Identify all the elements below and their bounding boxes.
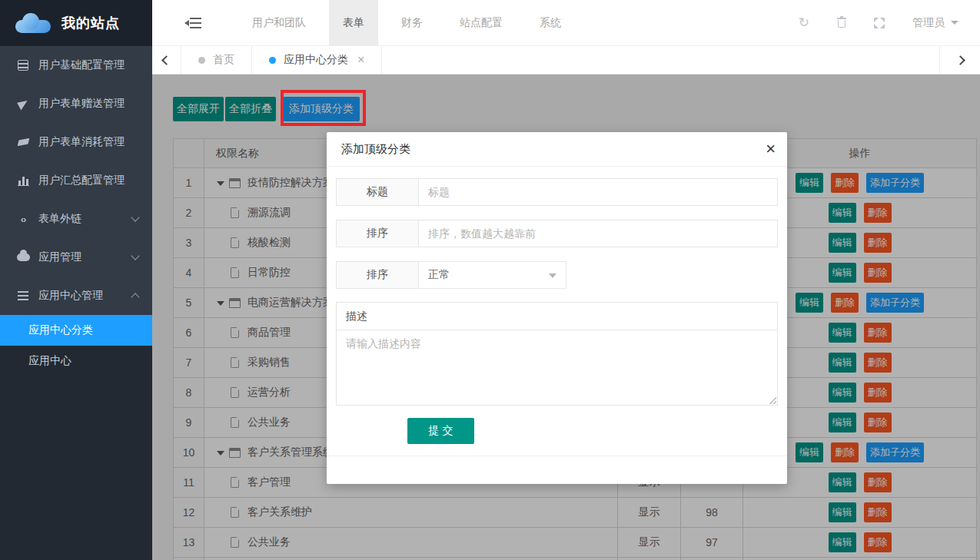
send-icon: [17, 98, 30, 110]
tabs-scroll-left-button[interactable]: [152, 46, 181, 75]
chevron-down-icon: [131, 251, 139, 260]
user-dropdown[interactable]: 管理员: [912, 16, 958, 30]
modal-title: 添加顶级分类: [341, 142, 766, 157]
eraser-icon: [15, 139, 31, 145]
sidebar-item[interactable]: 应用中心管理: [0, 277, 152, 315]
top-navbar: 用户和团队表单财务站点配置系统 ↻ 管理员: [152, 0, 980, 46]
tab-label: 首页: [213, 53, 234, 67]
description-field-label: 描述: [336, 302, 778, 330]
tab-label: 应用中心分类: [284, 53, 348, 67]
tab-bar: 首页应用中心分类×: [152, 46, 980, 75]
bar-chart-icon: [18, 176, 29, 186]
fullscreen-icon[interactable]: [874, 18, 885, 28]
description-textarea[interactable]: [336, 330, 778, 406]
cloud-logo-icon: [15, 13, 51, 33]
sidebar-item-label: 表单外链: [38, 212, 132, 226]
list-icon: [15, 291, 31, 300]
sidebar-item[interactable]: 用户表单消耗管理: [0, 123, 152, 161]
eraser-icon: [17, 138, 29, 147]
modal-footer: [327, 456, 787, 484]
nav-item[interactable]: 财务: [387, 0, 437, 46]
link-icon: ‹›: [15, 214, 31, 225]
nav-item[interactable]: 站点配置: [446, 0, 517, 46]
status-form-row: 排序 正常: [336, 261, 566, 289]
chevron-up-icon: [131, 293, 139, 301]
nav-item[interactable]: 系统: [526, 0, 575, 46]
chevron-down-icon: [549, 273, 556, 278]
sidebar-subitem[interactable]: 应用中心: [0, 346, 152, 376]
grid-icon: [15, 60, 31, 71]
navbar-right: ↻ 管理员: [799, 16, 980, 30]
sidebar-item-label: 应用管理: [38, 250, 132, 264]
sidebar-item[interactable]: ‹›表单外链: [0, 200, 152, 238]
sidebar-item-label: 用户基础配置管理: [38, 58, 138, 72]
sidebar-subitem[interactable]: 应用中心分类: [0, 315, 152, 346]
status-select[interactable]: 正常: [419, 261, 566, 289]
send-icon: [15, 100, 31, 108]
status-select-value: 正常: [428, 268, 450, 282]
sidebar-item-label: 用户汇总配置管理: [38, 174, 138, 187]
sidebar-item[interactable]: 用户表单赠送管理: [0, 84, 152, 123]
chevron-down-icon: [951, 21, 958, 25]
tab-item[interactable]: 首页: [181, 46, 252, 74]
sort-input[interactable]: [419, 220, 778, 247]
tab-close-icon[interactable]: ×: [357, 54, 364, 66]
sidebar-menu: 用户基础配置管理用户表单赠送管理用户表单消耗管理用户汇总配置管理‹›表单外链应用…: [0, 46, 152, 315]
tab-dot-icon: [269, 57, 276, 64]
refresh-icon[interactable]: ↻: [799, 16, 809, 29]
user-name: 管理员: [912, 16, 945, 30]
title-input[interactable]: [419, 178, 778, 206]
sidebar-item-label: 用户表单消耗管理: [38, 135, 138, 149]
cloud-icon: [17, 253, 30, 261]
sidebar-item[interactable]: 用户汇总配置管理: [0, 161, 152, 200]
list-icon: [18, 291, 28, 300]
grid-icon: [18, 60, 28, 71]
trash-icon[interactable]: [837, 18, 846, 28]
logo-area: 我的站点: [0, 0, 152, 46]
bar-chart-icon: [15, 176, 31, 186]
tab-dot-icon: [198, 57, 205, 64]
sidebar-submenu: 应用中心分类应用中心: [0, 315, 152, 376]
sidebar-item-label: 应用中心管理: [38, 289, 132, 303]
chevron-down-icon: [131, 213, 139, 221]
sort-form-row: 排序: [336, 220, 778, 247]
sidebar: 我的站点 用户基础配置管理用户表单赠送管理用户表单消耗管理用户汇总配置管理‹›表…: [0, 0, 152, 560]
modal-header: 添加顶级分类 ×: [327, 132, 787, 167]
sidebar-item[interactable]: 应用管理: [0, 238, 152, 277]
sidebar-collapse-icon[interactable]: [184, 18, 201, 28]
sidebar-item[interactable]: 用户基础配置管理: [0, 46, 152, 84]
status-field-label: 排序: [336, 261, 419, 289]
modal-body: 标题 排序 排序 正常 描述 提 交: [327, 167, 787, 444]
nav-item[interactable]: 表单: [329, 0, 378, 46]
close-icon[interactable]: ×: [766, 141, 776, 157]
nav-item[interactable]: 用户和团队: [238, 0, 320, 46]
sort-field-label: 排序: [336, 220, 419, 247]
submit-button[interactable]: 提 交: [407, 418, 474, 444]
tab-item[interactable]: 应用中心分类×: [252, 46, 382, 74]
tab-list: 首页应用中心分类×: [181, 46, 382, 74]
link-icon: ‹›: [21, 214, 26, 225]
add-category-modal: 添加顶级分类 × 标题 排序 排序 正常 描述 提 交: [327, 132, 787, 484]
tabs-scroll-right-button[interactable]: [939, 46, 980, 75]
site-title: 我的站点: [61, 14, 120, 32]
title-field-label: 标题: [336, 178, 419, 206]
title-form-row: 标题: [336, 178, 778, 206]
description-area-wrap: [336, 330, 778, 406]
nav-menu: 用户和团队表单财务站点配置系统: [229, 0, 575, 46]
sidebar-item-label: 用户表单赠送管理: [38, 97, 138, 111]
cloud-icon: [15, 253, 31, 261]
